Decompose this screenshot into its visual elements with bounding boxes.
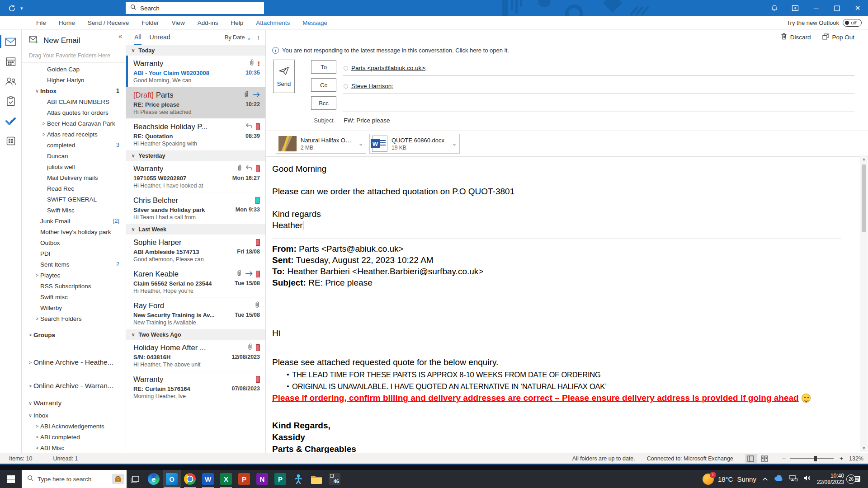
chevron-right-icon[interactable]: >: [27, 383, 33, 389]
taskbar-chrome-icon[interactable]: [181, 470, 199, 488]
notification-center-icon[interactable]: 26: [850, 475, 863, 483]
ribbon-tab-home[interactable]: Home: [52, 16, 81, 30]
chevron-right-icon[interactable]: >: [27, 360, 33, 365]
folder-item-inbox[interactable]: ∨Inbox: [22, 410, 126, 421]
search-input[interactable]: Search: [126, 2, 264, 14]
chevron-down-icon[interactable]: ∨: [34, 88, 40, 94]
taskbar-edge-icon[interactable]: e: [145, 470, 163, 488]
taskbar-task-view-icon[interactable]: [127, 470, 145, 488]
send-button[interactable]: Send: [273, 60, 295, 93]
folder-item-inbox[interactable]: ∨Inbox1: [22, 85, 126, 96]
folder-item-mother-ivey-s-holiday-park[interactable]: Mother Ivey's holiday park: [22, 226, 126, 237]
sort-direction-arrow-icon[interactable]: ↑: [257, 34, 260, 41]
chevron-right-icon[interactable]: >: [34, 445, 40, 450]
email-item-ray-ford-tue-15-08[interactable]: Ray FordNew Security Training is Av...Tu…: [126, 298, 265, 329]
minimize-icon[interactable]: ─: [806, 0, 826, 16]
rail-todo-icon[interactable]: [0, 111, 22, 131]
rail-people-icon[interactable]: [0, 71, 22, 91]
ribbon-tab-attachments[interactable]: Attachments: [250, 16, 296, 30]
chevron-down-icon[interactable]: ⌄: [452, 141, 457, 147]
folder-item-rss-subscriptions[interactable]: RSS Subscriptions: [22, 281, 126, 291]
group-header-today[interactable]: ∨Today: [126, 45, 265, 56]
rail-calendar-icon[interactable]: [0, 52, 22, 71]
chevron-down-icon[interactable]: ⌄: [359, 141, 363, 147]
chevron-down-icon[interactable]: ∨: [27, 413, 33, 418]
chevron-right-icon[interactable]: >: [34, 272, 40, 278]
weather-widget[interactable]: 1 18°CSunny: [703, 474, 756, 485]
taskbar-outlook-icon[interactable]: O: [163, 470, 181, 488]
taskbar-word-icon[interactable]: W: [199, 470, 217, 488]
subject-input[interactable]: FW: Price please: [343, 117, 390, 124]
maximize-icon[interactable]: [826, 0, 847, 16]
folder-item-atlas-read-receipts[interactable]: >Atlas read receipts: [22, 129, 126, 140]
taskbar-search-input[interactable]: Type here to search: [22, 470, 127, 488]
rail-apps-grid-icon[interactable]: [0, 131, 22, 151]
group-header-yesterday[interactable]: ∨Yesterday: [126, 150, 265, 161]
tab-unread[interactable]: Unread: [150, 30, 170, 45]
email-item-warranty-10-35[interactable]: Warranty!ABI - Your Claim W020300810:35G…: [126, 56, 265, 87]
conversation-info-text[interactable]: You are not responding to the latest mes…: [282, 47, 509, 54]
chevron-right-icon[interactable]: >: [34, 434, 40, 440]
folder-item-swift-general[interactable]: SWIFT GENERAL: [22, 194, 126, 205]
folder-item-atlas-quotes-for-orders[interactable]: Atlas quotes for orders: [22, 107, 126, 118]
pop-out-button[interactable]: Pop Out: [822, 33, 854, 41]
quick-access-chevron-icon[interactable]: ▾: [20, 5, 23, 11]
folder-item-junk-email[interactable]: Junk Email[2]: [22, 216, 126, 226]
taskbar-file-explorer-icon[interactable]: [307, 470, 326, 488]
folder-item-abi-completed[interactable]: >ABI completed: [22, 432, 126, 442]
attachment-document[interactable]: W QUOTE 60860.docx 19 KB ⌄: [369, 134, 460, 154]
email-item-warranty-07-08-2023[interactable]: WarrantyRE: Curtain 157616407/08/2023Mor…: [126, 371, 265, 403]
email-item-draft-parts-10-22[interactable]: [Draft]PartsRE: Price please10:22Hi Plea…: [126, 87, 265, 119]
folder-item-online-archive-warran[interactable]: >Online Archive - Warran...: [22, 379, 126, 393]
new-outlook-toggle[interactable]: Off: [843, 19, 862, 27]
taskbar-publisher-icon[interactable]: P: [271, 470, 289, 488]
tray-expand-icon[interactable]: [762, 475, 768, 483]
sync-icon[interactable]: [8, 5, 16, 12]
folder-item-mail-delivery-mails[interactable]: Mail Delivery mails: [22, 172, 126, 183]
cc-button[interactable]: Cc: [311, 78, 336, 92]
folder-item-search-folders[interactable]: >Search Folders: [22, 313, 126, 324]
onedrive-icon[interactable]: [774, 475, 783, 483]
group-header-two-weeks-ago[interactable]: ∨Two Weeks Ago: [126, 329, 265, 340]
bcc-field[interactable]: [343, 97, 854, 112]
rail-mail-icon[interactable]: [0, 32, 22, 52]
ribbon-tab-add-ins[interactable]: Add-ins: [191, 16, 225, 30]
body-scrollbar[interactable]: ▲ ▼: [860, 155, 868, 452]
folder-item-completed[interactable]: completed3: [22, 140, 126, 150]
taskbar-blue-app-icon[interactable]: [289, 470, 307, 488]
taskbar-onenote-icon[interactable]: N: [253, 470, 271, 488]
folder-item-higher-harlyn[interactable]: Higher Harlyn: [22, 75, 126, 85]
to-recipient[interactable]: Parts <parts@abiuk.co.uk>;: [351, 65, 427, 71]
folder-item-abi-acknowledgements[interactable]: >ABI Acknowledgements: [22, 421, 126, 432]
folder-item-golden-cap[interactable]: Golden Cap: [22, 64, 126, 75]
chevron-right-icon[interactable]: >: [27, 332, 33, 338]
cc-recipient[interactable]: Steve Harrison;: [351, 83, 393, 89]
bcc-button[interactable]: Bcc: [311, 96, 336, 110]
folder-item-beer-head-caravan-park[interactable]: >Beer Head Caravan Park: [22, 118, 126, 129]
email-item-chris-belcher-mon-9-33[interactable]: Chris BelcherSilver sands Holiday parkMo…: [126, 192, 265, 224]
chevron-right-icon[interactable]: >: [41, 121, 47, 126]
ribbon-tab-message[interactable]: Message: [296, 16, 334, 30]
folder-item-outbox[interactable]: Outbox: [22, 237, 126, 248]
folder-item-pdi[interactable]: PDI: [22, 248, 126, 259]
folder-item-read-rec[interactable]: Read Rec: [22, 183, 126, 194]
email-item-karen-keable-tue-15-08[interactable]: Karen KeableClaim 56562 Serial no 23544T…: [126, 266, 265, 298]
chevron-right-icon[interactable]: >: [41, 131, 47, 137]
folder-item-playtec[interactable]: >Playtec: [22, 270, 126, 281]
network-icon[interactable]: [789, 475, 797, 483]
folder-item-sent-items[interactable]: Sent Items2: [22, 259, 126, 270]
folder-item-online-archive-heathe[interactable]: >Online Archive - Heathe...: [22, 356, 126, 369]
sort-by-date[interactable]: By Date⌄: [225, 34, 251, 41]
taskbar-char-46-icon[interactable]: 46: [326, 470, 344, 488]
close-icon[interactable]: ✕: [847, 0, 868, 16]
new-email-button[interactable]: New Email: [22, 33, 126, 49]
folder-item-swift-misc[interactable]: Swift Misc: [22, 205, 126, 216]
taskbar-clock[interactable]: 10:40 22/08/2023: [817, 473, 844, 485]
email-item-holiday-home-after-12-08-2023[interactable]: Holiday Home After ...S/N: 043816H12/08/…: [126, 340, 265, 371]
ribbon-tab-folder[interactable]: Folder: [135, 16, 165, 30]
folder-item-juliots-well[interactable]: juliots well: [22, 161, 126, 172]
folder-item-duncan[interactable]: Duncan: [22, 150, 126, 161]
group-header-last-week[interactable]: ∨Last Week: [126, 224, 265, 235]
to-button[interactable]: To: [311, 60, 336, 74]
ribbon-tab-file[interactable]: File: [30, 16, 52, 30]
